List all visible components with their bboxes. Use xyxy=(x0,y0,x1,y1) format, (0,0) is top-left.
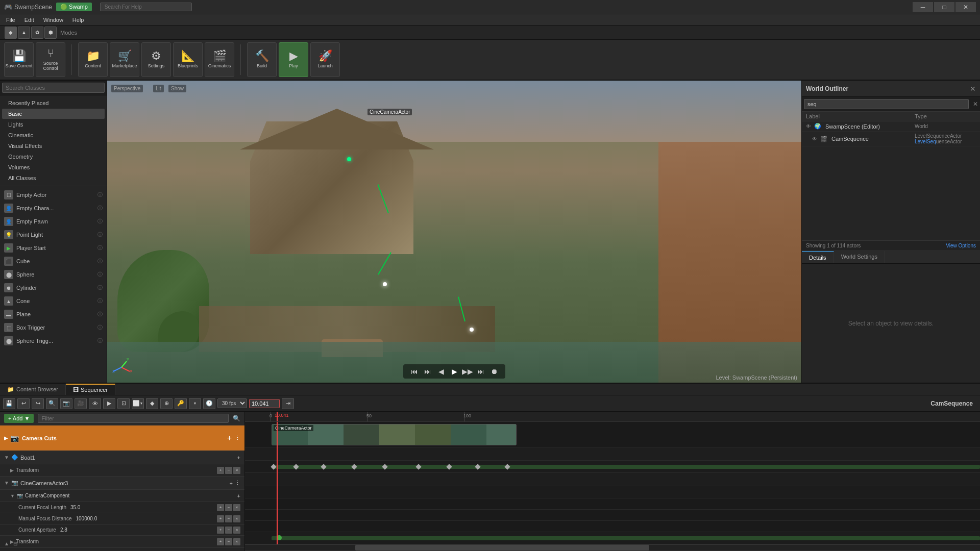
class-info-empty-actor[interactable]: ⓘ xyxy=(97,191,103,198)
class-item-empty-character[interactable]: 👤 Empty Chara... ⓘ xyxy=(0,202,107,215)
viewport-perspective-btn[interactable]: Perspective xyxy=(111,85,143,92)
camera-cuts-options-icon[interactable]: ⋮ xyxy=(235,435,240,441)
play-forward-button[interactable]: ▶ xyxy=(449,366,459,377)
seq-playback-dropdown[interactable]: ⬜ xyxy=(132,398,144,409)
category-geometry[interactable]: Geometry xyxy=(2,152,105,162)
class-info-sphere-trigger[interactable]: ⓘ xyxy=(97,337,103,344)
outliner-search-clear-icon[interactable]: ✕ xyxy=(973,101,978,108)
class-item-sphere-trigger[interactable]: ⬤ Sphere Trigg... ⓘ xyxy=(0,334,107,347)
camera-component-expand-icon[interactable]: ▼ xyxy=(10,493,15,498)
visibility-icon-swampscene[interactable]: 👁 xyxy=(806,123,811,129)
class-info-plane[interactable]: ⓘ xyxy=(97,311,103,318)
track-boat1[interactable]: ▼ 🔷 Boat1 + xyxy=(0,451,244,464)
view-options-button[interactable]: View Options xyxy=(946,243,976,248)
paint-mode-button[interactable]: ▲ xyxy=(18,27,30,39)
class-info-empty-character[interactable]: ⓘ xyxy=(97,205,103,212)
seq-filter-search-icon[interactable]: 🔍 xyxy=(233,415,240,422)
category-volumes[interactable]: Volumes xyxy=(2,162,105,172)
viewport[interactable]: CineCameraActor Perspective Lit Show Lev… xyxy=(107,81,801,383)
class-item-cube[interactable]: ⬛ Cube ⓘ xyxy=(0,255,107,268)
camera-cuts-add-icon[interactable]: + xyxy=(227,434,232,443)
class-info-player-start[interactable]: ⓘ xyxy=(97,244,103,252)
outliner-close-button[interactable]: ✕ xyxy=(970,85,976,93)
seq-snap-button[interactable]: ◆ xyxy=(146,398,158,409)
aperture-key-btn[interactable]: + xyxy=(217,527,224,534)
content-button[interactable]: 📁 Content xyxy=(78,42,108,77)
timecode-input[interactable] xyxy=(249,399,280,408)
outliner-search-input[interactable] xyxy=(804,99,969,109)
visibility-icon-camsequence[interactable]: 👁 xyxy=(812,136,817,142)
aperture-more-btn[interactable]: × xyxy=(233,527,240,534)
menu-file[interactable]: File xyxy=(2,16,19,24)
viewport-show-btn[interactable]: Show xyxy=(168,85,186,92)
tl-clip-main[interactable]: CineCameraActor xyxy=(272,424,517,445)
seq-camera-button[interactable]: 📷 xyxy=(60,398,72,409)
boat1-transform-expand-icon[interactable]: ▶ xyxy=(10,468,14,473)
outliner-row-swampscene[interactable]: 👁 🌍 SwampScene (Editor) World xyxy=(802,121,980,132)
seq-view-button[interactable]: 👁 xyxy=(89,398,101,409)
boat1-expand-icon[interactable]: ▼ xyxy=(4,455,9,460)
mesh-paint-mode-button[interactable]: ⬢ xyxy=(44,27,57,39)
foliage-mode-button[interactable]: ✿ xyxy=(31,27,43,39)
category-all-classes[interactable]: All Classes xyxy=(2,173,105,183)
category-visual-effects[interactable]: Visual Effects xyxy=(2,141,105,151)
seq-search-button[interactable]: 🔍 xyxy=(46,398,58,409)
class-item-empty-pawn[interactable]: 👤 Empty Pawn ⓘ xyxy=(0,215,107,228)
launch-button[interactable]: 🚀 Launch xyxy=(310,42,340,77)
seq-extra-button[interactable]: ⇥ xyxy=(282,398,294,409)
cinecamera-transform-more-btn[interactable]: × xyxy=(233,538,240,545)
cinecamera-expand-icon[interactable]: ▼ xyxy=(4,480,9,486)
category-cinematic[interactable]: Cinematic xyxy=(2,130,105,140)
track-focus-distance[interactable]: Manual Focus Distance 100000.0 + − × xyxy=(0,513,244,524)
timeline-playhead[interactable] xyxy=(277,412,278,421)
seq-add-button[interactable]: + Add ▼ xyxy=(4,414,34,423)
timeline-tracks[interactable]: CineCameraActor xyxy=(245,422,980,544)
go-to-start-button[interactable]: ⏮ xyxy=(409,366,420,377)
track-camera-component[interactable]: ▼ 📷 CameraComponent + xyxy=(0,490,244,502)
class-item-cone[interactable]: ▲ Cone ⓘ xyxy=(0,294,107,308)
cinecamera-add-icon[interactable]: + xyxy=(230,480,233,486)
focus-distance-opt-btn[interactable]: − xyxy=(225,515,232,522)
class-item-sphere[interactable]: ⬤ Sphere ⓘ xyxy=(0,268,107,281)
search-classes-input[interactable] xyxy=(2,83,105,93)
category-basic[interactable]: Basic xyxy=(2,109,105,119)
seq-render-button[interactable]: 🎥 xyxy=(75,398,87,409)
track-boat1-transform[interactable]: ▶ Transform + − × xyxy=(0,464,244,477)
save-current-button[interactable]: 💾 Save Current xyxy=(4,42,34,77)
category-recently-placed[interactable]: Recently Placed xyxy=(2,98,105,108)
track-camera-cuts[interactable]: ▶ 📷 Camera Cuts + ⋮ xyxy=(0,425,244,451)
class-info-sphere[interactable]: ⓘ xyxy=(97,271,103,278)
step-forward-button[interactable]: ▶▶ xyxy=(462,366,473,377)
boat1-add-icon[interactable]: + xyxy=(237,455,240,461)
class-item-plane[interactable]: ▬ Plane ⓘ xyxy=(0,308,107,321)
focal-length-key-btn[interactable]: + xyxy=(217,504,224,511)
outliner-row-camsequence[interactable]: 👁 🎬 CamSequence LevelSequenceActor Level… xyxy=(802,132,980,146)
cinematics-button[interactable]: 🎬 Cinematics xyxy=(205,42,234,77)
focus-distance-key-btn[interactable]: + xyxy=(217,515,224,522)
play-button[interactable]: ▶ Play xyxy=(279,42,308,77)
focal-length-opt-btn[interactable]: − xyxy=(225,504,232,511)
blueprints-button[interactable]: 📐 Blueprints xyxy=(173,42,203,77)
class-info-empty-pawn[interactable]: ⓘ xyxy=(97,218,103,225)
seq-redo-button[interactable]: ↪ xyxy=(32,398,44,409)
class-item-box-trigger[interactable]: ⬚ Box Trigger ⓘ xyxy=(0,321,107,334)
settings-button[interactable]: ⚙ Settings xyxy=(141,42,171,77)
class-item-point-light[interactable]: 💡 Point Light ⓘ xyxy=(0,228,107,241)
boat1-transform-key-btn[interactable]: + xyxy=(217,467,224,474)
go-to-end-button[interactable]: ⏭ xyxy=(476,366,486,377)
seq-play-button[interactable]: ▶ xyxy=(103,398,115,409)
class-info-point-light[interactable]: ⓘ xyxy=(97,231,103,238)
class-item-player-start[interactable]: ▶ Player Start ⓘ xyxy=(0,241,107,255)
seq-filter-input[interactable] xyxy=(38,414,229,423)
aperture-opt-btn[interactable]: − xyxy=(225,527,232,534)
track-focal-length[interactable]: Current Focal Length 35.0 + − × xyxy=(0,502,244,513)
scrollbar-thumb[interactable] xyxy=(355,545,649,550)
viewport-lit-btn[interactable]: Lit xyxy=(153,85,164,92)
seq-transform-button[interactable]: ⊕ xyxy=(160,398,173,409)
build-button[interactable]: 🔨 Build xyxy=(247,42,277,77)
marketplace-button[interactable]: 🛒 Marketplace xyxy=(110,42,139,77)
fps-selector[interactable]: 30 fps 60 fps 24 fps xyxy=(217,398,247,408)
class-item-cylinder[interactable]: ⏺ Cylinder ⓘ xyxy=(0,281,107,294)
class-info-cube[interactable]: ⓘ xyxy=(97,258,103,265)
tab-world-settings[interactable]: World Settings xyxy=(834,251,885,263)
